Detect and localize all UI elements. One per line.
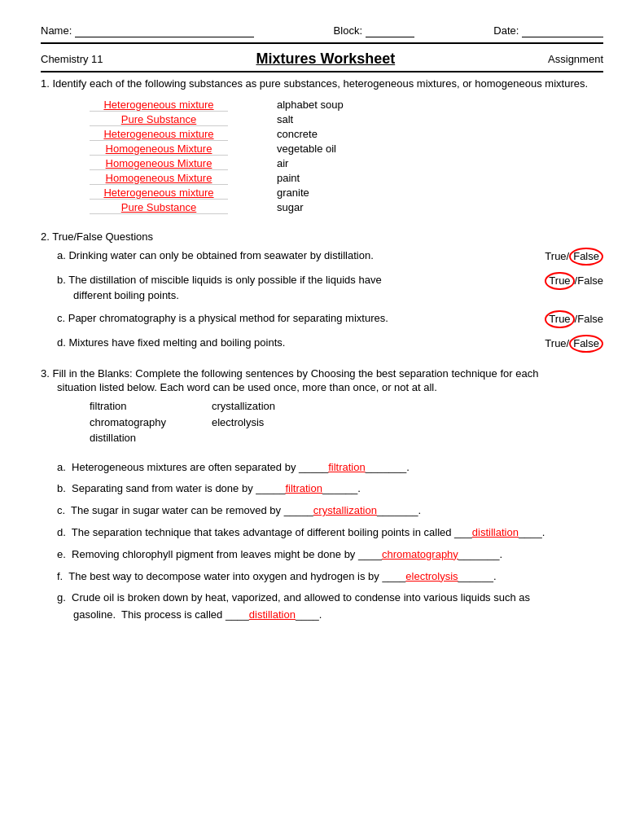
- course-label: Chemistry 11: [41, 53, 103, 65]
- answer-blank: Homogeneous Mixture: [90, 143, 228, 156]
- section2-title: 2. True/False Questions: [41, 230, 603, 243]
- section1: 1. Identify each of the following substa…: [41, 76, 603, 216]
- answer-blank: Pure Substance: [90, 201, 228, 214]
- answer-blank: Homogeneous Mixture: [90, 172, 228, 185]
- fill-question-row: f. The best way to decompose water into …: [57, 568, 603, 586]
- answer-blank: Heterogeneous mixture: [90, 187, 228, 200]
- substance-label: salt: [277, 113, 440, 125]
- substance-label: granite: [277, 187, 440, 199]
- word-bank-item: [212, 432, 375, 448]
- fill-answer: distillation: [472, 526, 519, 538]
- fill-answer: filtration: [328, 461, 366, 473]
- answer-blank: Pure Substance: [90, 113, 228, 126]
- answer-blank: Homogeneous Mixture: [90, 157, 228, 170]
- substance-label: concrete: [277, 128, 440, 140]
- tf-question-text: c. Paper chromatography is a physical me…: [57, 310, 513, 327]
- fill-question-row: e. Removing chlorophyll pigment from lea…: [57, 546, 603, 564]
- word-bank-item: electrolysis: [212, 416, 375, 432]
- substance-label: paint: [277, 172, 440, 184]
- substance-label: sugar: [277, 201, 440, 213]
- answer-row: Homogeneous Mixture air: [90, 157, 603, 170]
- substance-label: alphabet soup: [277, 99, 440, 111]
- section3-intro1: 3. Fill in the Blanks: Complete the foll…: [41, 367, 603, 380]
- fill-blank-section: a. Heterogeneous mixtures are often sepa…: [57, 459, 603, 624]
- substance-label: vegetable oil: [277, 143, 440, 155]
- fill-answer: distillation: [249, 608, 296, 621]
- assignment-label: Assignment: [548, 53, 603, 65]
- answer-row: Pure Substance sugar: [90, 201, 603, 214]
- answers-table: Heterogeneous mixture alphabet soup Pure…: [90, 99, 603, 216]
- answer-row: Heterogeneous mixture alphabet soup: [90, 99, 603, 112]
- section3: 3. Fill in the Blanks: Complete the foll…: [41, 367, 603, 624]
- true-circled: True: [545, 272, 574, 290]
- section3-intro2: situation listed below. Each word can be…: [57, 381, 603, 393]
- word-bank-item: filtration: [90, 400, 212, 416]
- tf-question-text: a. Drinking water can only be obtained f…: [57, 248, 513, 264]
- fill-answer: chromatography: [382, 548, 458, 560]
- tf-answer: True/False: [538, 272, 603, 290]
- header-top: Name: Block: Date:: [41, 24, 603, 37]
- tf-question-row: b. The distillation of miscible liquids …: [57, 272, 603, 304]
- fill-answer: electrolysis: [405, 570, 458, 582]
- header-row: Chemistry 11 Mixtures Worksheet Assignme…: [41, 47, 603, 71]
- answer-blank: Heterogeneous mixture: [90, 99, 228, 112]
- tf-question-row: c. Paper chromatography is a physical me…: [57, 310, 603, 328]
- fill-answer: crystallization: [313, 504, 377, 516]
- answer-row: Heterogeneous mixture concrete: [90, 128, 603, 141]
- word-bank-item: crystallization: [212, 400, 375, 416]
- answer-row: Homogeneous Mixture vegetable oil: [90, 143, 603, 156]
- fill-question-row: b. Separating sand from water is done by…: [57, 481, 603, 498]
- name-label: Name:: [41, 24, 254, 37]
- answer-row: Pure Substance salt: [90, 113, 603, 126]
- tf-question-text: b. The distillation of miscible liquids …: [57, 272, 513, 304]
- false-circled: False: [569, 335, 603, 353]
- section2: 2. True/False Questions a. Drinking wate…: [41, 230, 603, 353]
- tf-question-text: d. Mixtures have fixed melting and boili…: [57, 335, 513, 351]
- tf-question-row: a. Drinking water can only be obtained f…: [57, 248, 603, 266]
- worksheet-title: Mixtures Worksheet: [103, 50, 549, 68]
- tf-answer: True/False: [538, 310, 603, 328]
- section1-question: 1. Identify each of the following substa…: [41, 76, 603, 92]
- answer-row: Heterogeneous mixture granite: [90, 187, 603, 200]
- tf-question-row: d. Mixtures have fixed melting and boili…: [57, 335, 603, 353]
- substance-label: air: [277, 157, 440, 169]
- fill-question-row: a. Heterogeneous mixtures are often sepa…: [57, 459, 603, 476]
- word-bank: filtrationcrystallizationchromatographye…: [90, 400, 603, 448]
- fill-question-row: c. The sugar in sugar water can be remov…: [57, 503, 603, 520]
- false-circled: False: [569, 248, 603, 266]
- answer-blank: Heterogeneous mixture: [90, 128, 228, 141]
- word-bank-item: chromatography: [90, 416, 212, 432]
- word-bank-item: distillation: [90, 432, 212, 448]
- tf-answer: True/False: [538, 335, 603, 353]
- true-circled: True: [545, 310, 574, 328]
- fill-question-row: g. Crude oil is broken down by heat, vap…: [57, 590, 603, 624]
- date-label: Date:: [493, 24, 603, 37]
- answer-row: Homogeneous Mixture paint: [90, 172, 603, 185]
- tf-answer: True/False: [538, 248, 603, 266]
- fill-answer: filtration: [285, 482, 322, 494]
- fill-question-row: d. The separation technique that takes a…: [57, 525, 603, 542]
- tf-section: a. Drinking water can only be obtained f…: [57, 248, 603, 353]
- block-label: Block:: [334, 24, 414, 37]
